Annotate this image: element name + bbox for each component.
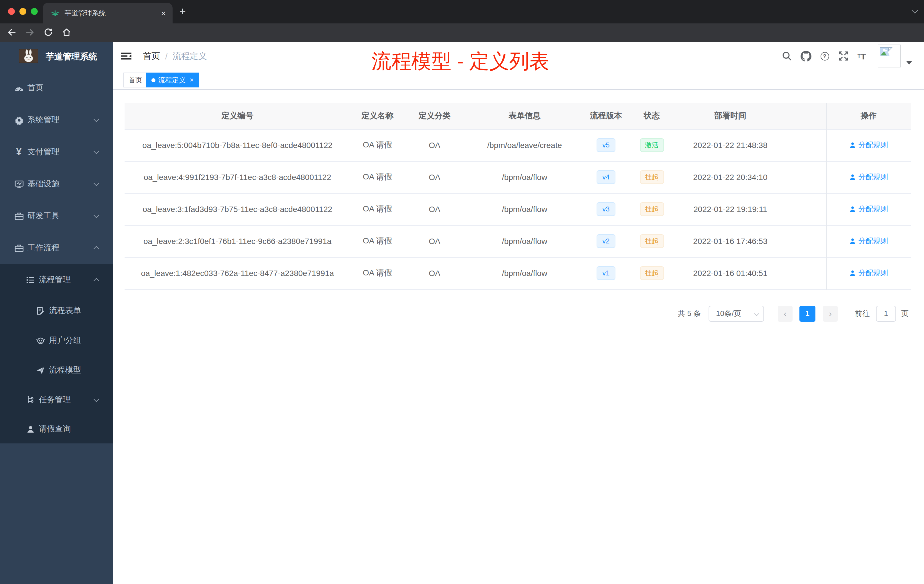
cell-name-link[interactable]: OA 请假	[350, 129, 404, 161]
sidebar-item-workflow[interactable]: 工作流程	[0, 232, 113, 264]
sidebar-item-payment[interactable]: ¥ 支付管理	[0, 136, 113, 168]
assign-rule-button[interactable]: 分配规则	[849, 173, 888, 181]
sidebar-item-dev-tools[interactable]: 研发工具	[0, 200, 113, 232]
cell-name-link[interactable]: OA 请假	[350, 161, 404, 193]
tag-label: 流程定义	[158, 75, 186, 85]
cell-name-link[interactable]: OA 请假	[350, 257, 404, 289]
tag-home[interactable]: 首页	[124, 73, 147, 87]
assign-rule-label: 分配规则	[858, 237, 888, 245]
sidebar-item-label: 流程管理	[39, 275, 71, 285]
github-icon[interactable]	[798, 42, 813, 70]
sidebar-item-user-group[interactable]: 用户分组	[0, 326, 113, 355]
col-header-form: 表单信息	[465, 103, 584, 129]
assign-rule-button[interactable]: 分配规则	[849, 205, 888, 213]
sidebar-item-label: 首页	[27, 83, 43, 93]
sidebar-item-process-management[interactable]: 流程管理	[0, 264, 113, 296]
sidebar-item-home[interactable]: 首页	[0, 72, 113, 104]
browser-tab[interactable]: 芋道管理系统 ×	[43, 3, 173, 23]
cell-form-link[interactable]: /bpm/oa/flow	[465, 257, 584, 289]
sidebar-item-label: 研发工具	[27, 211, 59, 221]
page-number-current[interactable]: 1	[799, 306, 815, 322]
cell-form-link[interactable]: /bpm/oa/flow	[465, 193, 584, 225]
cell-category: OA	[404, 225, 465, 257]
cell-deploy-time: 2022-01-22 19:19:11	[676, 193, 785, 225]
new-tab-button[interactable]: +	[180, 6, 186, 17]
cell-form-link[interactable]: /bpm/oa/leave/create	[465, 129, 584, 161]
assign-rule-button[interactable]: 分配规则	[849, 140, 888, 149]
help-question-icon[interactable]: ?	[817, 42, 832, 70]
monitor-icon	[14, 179, 24, 189]
cell-name-link[interactable]: OA 请假	[350, 193, 404, 225]
sidebar-item-task-management[interactable]: 任务管理	[0, 385, 113, 415]
chevron-down-icon	[93, 148, 99, 154]
sidebar-logo[interactable]: 芋道管理系统	[0, 42, 113, 72]
fullscreen-icon[interactable]	[836, 42, 851, 70]
sidebar-item-label: 工作流程	[27, 243, 59, 253]
sidebar-item-label: 流程表单	[49, 306, 81, 316]
window-close-button[interactable]	[8, 8, 15, 15]
version-badge: v5	[597, 138, 615, 152]
sidebar-item-infrastructure[interactable]: 基础设施	[0, 168, 113, 200]
home-icon[interactable]	[62, 27, 71, 40]
active-dot-icon	[152, 78, 155, 82]
forward-icon[interactable]	[25, 27, 35, 40]
breadcrumb-current: 流程定义	[173, 51, 207, 61]
cell-deploy-time: 2022-01-16 17:46:53	[676, 225, 785, 257]
breadcrumb-home[interactable]: 首页	[143, 51, 160, 61]
window-zoom-button[interactable]	[31, 8, 38, 15]
briefcase-icon	[14, 243, 24, 253]
reload-icon[interactable]	[43, 27, 53, 40]
cell-name-link[interactable]: OA 请假	[350, 225, 404, 257]
logo-rabbit-avatar	[19, 49, 38, 65]
avatar-dropdown-caret-icon[interactable]	[906, 61, 912, 64]
sidebar: 芋道管理系统 首页 系统管理 ¥ 支付管理 基础设施	[0, 42, 113, 584]
avatar[interactable]	[878, 45, 901, 68]
select-chevron-down-icon	[754, 312, 759, 316]
tab-search-chevron-icon[interactable]	[912, 7, 918, 14]
browser-tab-strip: 芋道管理系统 × +	[0, 0, 924, 23]
version-badge: v1	[597, 266, 615, 280]
tab-close-icon[interactable]: ×	[161, 9, 166, 17]
chevron-up-icon	[93, 246, 99, 252]
cell-id: oa_leave:3:1fad3d93-7b75-11ec-a3c8-acde4…	[125, 193, 350, 225]
sidebar-item-leave-query[interactable]: 请假查询	[0, 415, 113, 444]
sidebar-item-system[interactable]: 系统管理	[0, 104, 113, 136]
search-icon[interactable]	[779, 42, 794, 70]
prev-page-button[interactable]: ‹	[778, 306, 792, 322]
cell-id: oa_leave:2:3c1f0ef1-76b1-11ec-9c66-a2380…	[125, 225, 350, 257]
tag-close-icon[interactable]: ×	[190, 76, 194, 84]
tag-process-definition[interactable]: 流程定义 ×	[146, 73, 199, 87]
sidebar-item-label: 请假查询	[39, 424, 71, 434]
status-badge: 激活	[640, 138, 664, 152]
col-header-category: 定义分类	[404, 103, 465, 129]
cell-form-link[interactable]: /bpm/oa/flow	[465, 161, 584, 193]
sidebar-item-process-model[interactable]: 流程模型	[0, 355, 113, 385]
breadcrumb: 首页 / 流程定义	[143, 42, 207, 70]
sidebar-item-label: 基础设施	[27, 179, 59, 189]
chevron-down-icon	[93, 116, 99, 122]
user-icon	[25, 425, 35, 434]
page-size-select[interactable]: 10条/页	[709, 306, 764, 322]
window-minimize-button[interactable]	[20, 8, 26, 15]
assign-rule-button[interactable]: 分配规则	[849, 237, 888, 245]
sidebar-item-process-form[interactable]: 流程表单	[0, 296, 113, 326]
sidebar-item-label: 系统管理	[27, 115, 59, 125]
assign-rule-button[interactable]: 分配规则	[849, 269, 888, 277]
list-icon	[25, 276, 35, 285]
goto-page-input[interactable]: 1	[876, 306, 896, 322]
cell-id: oa_leave:1:482ec033-762a-11ec-8477-a2380…	[125, 257, 350, 289]
sidebar-item-label: 支付管理	[27, 147, 59, 157]
tag-label: 首页	[129, 75, 142, 85]
back-icon[interactable]	[7, 27, 16, 40]
workflow-submenu: 流程管理 流程表单 用户分组 流程模型	[0, 264, 113, 444]
next-page-button[interactable]: ›	[823, 306, 838, 322]
page-unit-label: 页	[901, 306, 909, 322]
cell-form-link[interactable]: /bpm/oa/flow	[465, 225, 584, 257]
sidebar-collapse-icon[interactable]	[119, 42, 134, 70]
status-badge: 挂起	[640, 266, 664, 280]
font-size-icon[interactable]: TT	[854, 42, 869, 70]
cell-category: OA	[404, 193, 465, 225]
chevron-up-icon	[93, 278, 99, 284]
assign-rule-label: 分配规则	[858, 140, 888, 149]
table-header-row: 定义编号 定义名称 定义分类 表单信息 流程版本 状态 部署时间 操作	[125, 103, 911, 129]
